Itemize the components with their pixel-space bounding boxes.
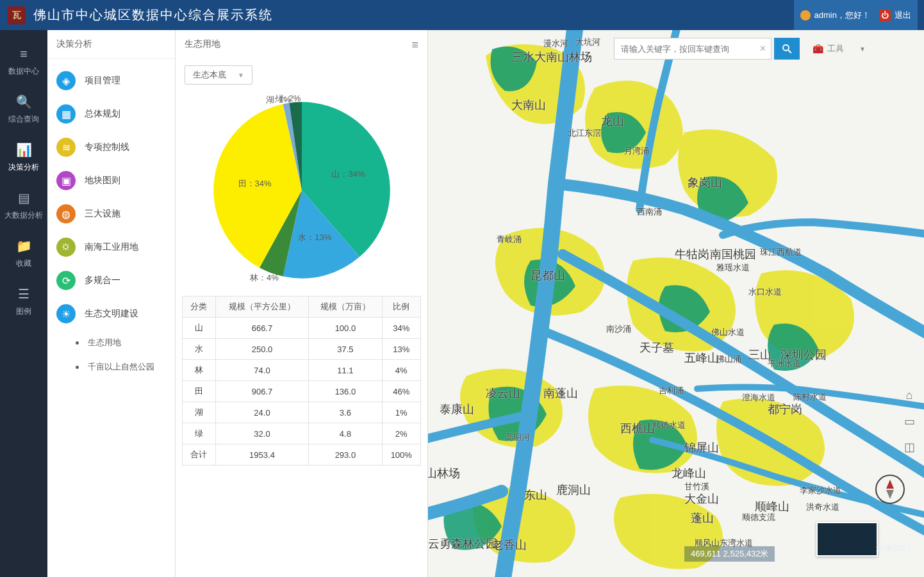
map-place-label: 天子墓: [639, 340, 674, 355]
table-cell: 1953.4: [215, 444, 309, 466]
bigdata-icon: ▤: [15, 190, 32, 206]
search-icon: [781, 43, 793, 54]
sub-label: 千亩以上自然公园: [88, 361, 154, 373]
menu-icon: ⟳: [56, 271, 76, 290]
map-place-label: 南国桃园: [710, 247, 756, 262]
table-cell: 136.0: [309, 381, 382, 402]
map-place-label: 南蓬山: [543, 386, 578, 401]
nav-item-chart[interactable]: 📊决策分析: [0, 134, 47, 182]
bullet-icon: [76, 341, 79, 345]
map-place-label: 树洞山林场: [428, 466, 460, 481]
sidebar-sub-item[interactable]: 生态用地: [67, 330, 175, 355]
sidebar-sub-item[interactable]: 千亩以上自然公园: [67, 355, 175, 379]
sidebar: 决策分析 ◈项目管理▦总体规划≋专项控制线▣地块图则◍三大设施⛭南海工业用地⟳多…: [47, 30, 176, 577]
search-doc-icon: 🔍: [15, 93, 32, 110]
map-place-label: 青岐涌: [497, 234, 522, 245]
app-header: 瓦 佛山市中心城区数据中心综合展示系统 admin，您好！ ⏻ 退出: [0, 0, 924, 30]
nav-item-list[interactable]: ☰图例: [0, 278, 47, 326]
table-row: 水250.037.513%: [183, 339, 421, 360]
map-right-controls: ⌂ ▭ ◫: [902, 389, 916, 454]
map-place-label: 西樵山: [620, 421, 655, 436]
map-toolbar: × 🧰 工具 ▼: [614, 38, 866, 60]
table-cell: 74.0: [215, 360, 309, 381]
home-button[interactable]: ⌂: [902, 389, 916, 403]
map-place-label: 东山: [524, 487, 547, 503]
table-cell: 34%: [382, 318, 420, 339]
map-place-label: 都宁岗: [768, 402, 802, 417]
table-cell: 13%: [382, 339, 420, 360]
table-row: 林74.011.14%: [183, 360, 421, 381]
category-dropdown[interactable]: 生态本底 ▼: [185, 65, 252, 85]
menu-label: 三大设施: [85, 208, 120, 220]
nav-item-folder[interactable]: 📁收藏: [0, 230, 47, 278]
table-cell: 4.8: [309, 423, 382, 444]
sidebar-item[interactable]: ≋专项控制线: [47, 131, 175, 164]
table-cell: 293.0: [309, 444, 382, 466]
compass-icon[interactable]: [875, 475, 905, 504]
coordinate-readout: 469,611 2,525,432米: [684, 546, 775, 562]
nav-item-layers[interactable]: ≡数据中心: [0, 38, 47, 86]
nav-label: 收藏: [16, 258, 31, 269]
logout-button[interactable]: 退出: [895, 10, 911, 21]
dropdown-label: 生态本底: [193, 69, 226, 81]
map-place-label: 大南山: [511, 97, 546, 113]
table-cell: 32.0: [215, 423, 309, 444]
table-header: 比例: [382, 297, 420, 318]
sidebar-title: 决策分析: [47, 30, 175, 59]
layers-icon: ≡: [15, 45, 32, 62]
nav-item-search-doc[interactable]: 🔍综合查询: [0, 86, 47, 134]
table-cell: 湖: [183, 402, 216, 423]
table-cell: 绿: [183, 423, 216, 444]
map-canvas: [428, 30, 924, 577]
svg-line-2: [788, 50, 791, 53]
table-cell: 3.6: [309, 402, 382, 423]
menu-label: 总体规划: [85, 108, 120, 120]
power-icon: ⏻: [879, 10, 891, 21]
sidebar-item[interactable]: ▦总体规划: [47, 97, 175, 131]
panel-title: 生态用地: [185, 38, 220, 52]
clear-icon[interactable]: ×: [760, 43, 766, 54]
map-place-label: 象岗山: [688, 175, 722, 190]
table-cell: 山: [183, 318, 216, 339]
menu-label: 地块图则: [85, 175, 120, 186]
minimize-button[interactable]: ▭: [902, 414, 916, 428]
menu-icon: ▣: [56, 171, 76, 190]
sidebar-menu: ◈项目管理▦总体规划≋专项控制线▣地块图则◍三大设施⛭南海工业用地⟳多规合一☀生…: [47, 59, 175, 384]
tools-dropdown[interactable]: 🧰 工具 ▼: [813, 43, 866, 54]
sidebar-item[interactable]: ⟳多规合一: [47, 264, 175, 297]
table-row: 山666.7100.034%: [183, 318, 421, 339]
table-header: 规模（万亩）: [309, 297, 382, 318]
map-viewport[interactable]: 三水大南山林场漫水河大坑河大南山龙山北江东滘月湾涌象岗山西南涌青岐涌牛牯岗南国桃…: [428, 30, 924, 577]
basemap-switcher[interactable]: [816, 522, 878, 557]
map-place-label: 高明河: [505, 432, 530, 443]
map-place-label: 珠江西航道: [760, 247, 802, 258]
table-cell: 2%: [382, 423, 420, 444]
menu-label: 南海工业用地: [85, 241, 138, 253]
map-place-label: 月湾涌: [624, 145, 649, 157]
nav-label: 综合查询: [8, 114, 39, 125]
sidebar-item[interactable]: ▣地块图则: [47, 164, 175, 197]
table-cell: 250.0: [215, 339, 309, 360]
sidebar-item[interactable]: ⛭南海工业用地: [47, 231, 175, 264]
content-panel: 生态用地 ≡ 生态本底 ▼ 山：34%水：13%林：4%田：34%湖: 1%绿:…: [176, 30, 428, 577]
sidebar-item[interactable]: ◍三大设施: [47, 197, 175, 231]
caret-down-icon: ▼: [238, 72, 244, 79]
pie-label: 田：34%: [238, 178, 272, 190]
map-place-label: 昆都山: [531, 268, 565, 283]
sidebar-item[interactable]: ◈项目管理: [47, 64, 175, 97]
map-search-box[interactable]: ×: [614, 38, 771, 60]
panel-collapse-icon[interactable]: ≡: [411, 38, 418, 52]
table-cell: 4%: [382, 360, 420, 381]
sidebar-item[interactable]: ☀生态文明建设: [47, 297, 175, 330]
map-place-label: 云勇森林公园: [428, 536, 497, 551]
search-button[interactable]: [774, 38, 800, 60]
menu-icon: ⛭: [56, 238, 76, 257]
table-cell: 合计: [183, 444, 216, 466]
nav-item-bigdata[interactable]: ▤大数据分析: [0, 182, 47, 230]
map-search-input[interactable]: [621, 44, 753, 54]
logo-icon: 瓦: [8, 6, 26, 24]
view3d-button[interactable]: ◫: [902, 440, 916, 454]
map-place-label: 雅瑶水道: [716, 262, 750, 273]
list-icon: ☰: [15, 286, 32, 302]
menu-icon: ≋: [56, 138, 76, 157]
